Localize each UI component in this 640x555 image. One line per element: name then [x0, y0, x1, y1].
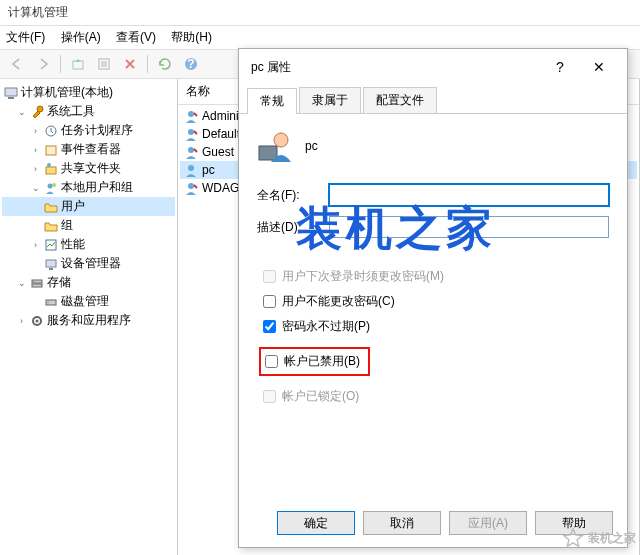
device-icon: [44, 257, 58, 271]
svg-rect-11: [46, 146, 56, 155]
svg-rect-8: [8, 97, 14, 99]
user-icon: [184, 109, 198, 123]
apply-button[interactable]: 应用(A): [449, 511, 527, 535]
tree-users[interactable]: 用户: [2, 197, 175, 216]
tab-general[interactable]: 常规: [247, 88, 297, 114]
svg-rect-31: [259, 146, 277, 160]
checkbox-must-change: 用户下次登录时须更改密码(M): [263, 268, 609, 285]
dialog-title: pc 属性: [251, 59, 291, 76]
checkbox-input: [263, 390, 276, 403]
expander-icon[interactable]: ›: [16, 315, 27, 326]
svg-point-9: [37, 106, 43, 112]
tree-shared-folders[interactable]: › 共享文件夹: [2, 159, 175, 178]
tab-profile[interactable]: 配置文件: [363, 87, 437, 113]
svg-rect-20: [32, 284, 42, 287]
user-icon: [184, 145, 198, 159]
menu-action[interactable]: 操作(A): [61, 30, 101, 44]
checkbox-input: [263, 270, 276, 283]
svg-point-23: [47, 301, 49, 303]
svg-point-28: [188, 147, 194, 153]
svg-rect-18: [49, 268, 53, 270]
tree-task-scheduler[interactable]: › 任务计划程序: [2, 121, 175, 140]
menu-help[interactable]: 帮助(H): [171, 30, 212, 44]
event-icon: [44, 143, 58, 157]
svg-rect-17: [46, 260, 56, 267]
dialog-help-button[interactable]: ?: [543, 55, 577, 79]
tree-panel: 计算机管理(本地) ⌄ 系统工具 › 任务计划程序 › 事件查看器 › 共享文件…: [0, 79, 178, 555]
svg-point-26: [188, 111, 194, 117]
fullname-input[interactable]: [329, 184, 609, 206]
expander-icon[interactable]: ⌄: [30, 182, 41, 193]
properties-button[interactable]: [93, 53, 115, 75]
menu-view[interactable]: 查看(V): [116, 30, 156, 44]
menu-file[interactable]: 文件(F): [6, 30, 45, 44]
dialog-tabs: 常规 隶属于 配置文件: [239, 85, 627, 114]
user-icon: [257, 128, 293, 164]
tree-event-viewer[interactable]: › 事件查看器: [2, 140, 175, 159]
user-icon: [184, 127, 198, 141]
tree-services-apps[interactable]: › 服务和应用程序: [2, 311, 175, 330]
svg-point-15: [52, 183, 56, 187]
svg-rect-12: [46, 167, 56, 174]
expander-icon[interactable]: ›: [30, 163, 41, 174]
expander-icon[interactable]: ›: [30, 125, 41, 136]
tree-storage[interactable]: ⌄ 存储: [2, 273, 175, 292]
checkbox-cannot-change[interactable]: 用户不能更改密码(C): [263, 293, 609, 310]
tree-system-tools[interactable]: ⌄ 系统工具: [2, 102, 175, 121]
performance-icon: [44, 238, 58, 252]
dialog-title-bar: pc 属性 ? ✕: [239, 49, 627, 85]
clock-icon: [44, 124, 58, 138]
svg-point-32: [274, 133, 288, 147]
svg-point-25: [36, 319, 39, 322]
tree-performance[interactable]: › 性能: [2, 235, 175, 254]
svg-point-30: [188, 183, 194, 189]
dialog-footer: 确定 取消 应用(A) 帮助: [239, 511, 627, 535]
tree-local-users[interactable]: ⌄ 本地用户和组: [2, 178, 175, 197]
tree-root[interactable]: 计算机管理(本地): [2, 83, 175, 102]
svg-text:?: ?: [187, 57, 194, 71]
checkbox-input[interactable]: [263, 320, 276, 333]
refresh-button[interactable]: [154, 53, 176, 75]
svg-point-14: [48, 183, 53, 188]
svg-point-27: [188, 129, 194, 135]
tree-disk-mgmt[interactable]: › 磁盘管理: [2, 292, 175, 311]
expander-icon[interactable]: ›: [30, 239, 41, 250]
tab-member-of[interactable]: 隶属于: [299, 87, 361, 113]
dialog-close-button[interactable]: ✕: [579, 55, 619, 79]
tree-device-manager[interactable]: › 设备管理器: [2, 254, 175, 273]
expander-icon[interactable]: ⌄: [16, 277, 27, 288]
help-button[interactable]: 帮助: [535, 511, 613, 535]
forward-button[interactable]: [32, 53, 54, 75]
expander-icon[interactable]: ⌄: [16, 106, 27, 117]
help-button[interactable]: ?: [180, 53, 202, 75]
properties-dialog: pc 属性 ? ✕ 常规 隶属于 配置文件 pc 全名(F): 描述(D): 用…: [238, 48, 628, 548]
svg-rect-0: [73, 61, 83, 69]
highlight-account-disabled: 帐户已禁用(B): [259, 347, 370, 376]
svg-point-21: [33, 280, 35, 282]
shared-icon: [44, 162, 58, 176]
ok-button[interactable]: 确定: [277, 511, 355, 535]
users-icon: [44, 181, 58, 195]
username-label: pc: [305, 139, 318, 153]
window-title-bar: 计算机管理: [0, 0, 640, 26]
tools-icon: [30, 105, 44, 119]
checkbox-never-expire[interactable]: 密码永不过期(P): [263, 318, 609, 335]
fullname-label: 全名(F):: [257, 187, 329, 204]
delete-button[interactable]: [119, 53, 141, 75]
services-icon: [30, 314, 44, 328]
tree-groups[interactable]: 组: [2, 216, 175, 235]
checkbox-locked: 帐户已锁定(O): [263, 388, 609, 405]
up-button[interactable]: [67, 53, 89, 75]
svg-rect-7: [5, 88, 17, 96]
back-button[interactable]: [6, 53, 28, 75]
disk-icon: [44, 295, 58, 309]
description-label: 描述(D):: [257, 219, 329, 236]
folder-icon: [44, 200, 58, 214]
svg-point-29: [188, 165, 194, 171]
checkbox-account-disabled[interactable]: [265, 355, 278, 368]
cancel-button[interactable]: 取消: [363, 511, 441, 535]
svg-point-13: [47, 163, 51, 167]
checkbox-input[interactable]: [263, 295, 276, 308]
expander-icon[interactable]: ›: [30, 144, 41, 155]
description-input[interactable]: [329, 216, 609, 238]
